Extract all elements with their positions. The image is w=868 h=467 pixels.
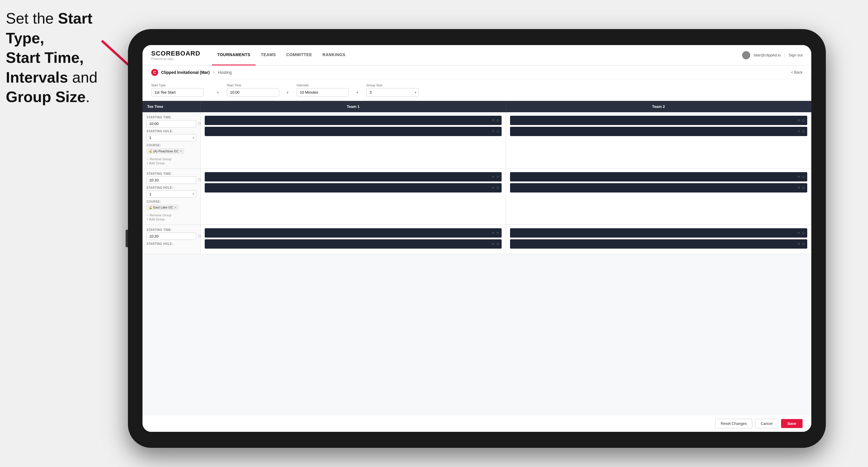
start-time-label: Start Time: [227, 84, 291, 87]
course-label-1: COURSE:: [147, 144, 196, 147]
reset-changes-button[interactable]: Reset Changes: [715, 419, 752, 428]
remove-circle-icon-2: ○: [147, 213, 149, 217]
instruction-line2: Start Time,: [6, 49, 84, 66]
instruction-panel: Set the Start Type, Start Time, Interval…: [6, 9, 99, 107]
slot-expand-btn-1-1[interactable]: ⊙: [496, 118, 499, 122]
tee-time-cell-3: STARTING TIME: ⏱ STARTING HOLE:: [143, 225, 200, 254]
slot-expand-btn-2-1[interactable]: ⊙: [802, 118, 805, 122]
slot-x-btn-6-1[interactable]: ✕: [797, 231, 800, 235]
navbar: SCOREBOARD Powered by clipp... TOURNAMEN…: [143, 45, 811, 65]
breadcrumb-bar: C Clipped Invitational (Mar) > Hosting <…: [143, 65, 811, 80]
slot-x-btn-4-1[interactable]: ✕: [797, 175, 800, 179]
team2-cell-2: ✕ ⊙ ✕ ⊙: [506, 169, 811, 225]
nav-link-tournaments[interactable]: TOURNAMENTS: [212, 45, 256, 65]
slot-expand-btn-5-1[interactable]: ⊙: [496, 231, 499, 235]
back-button[interactable]: < Back: [791, 70, 803, 74]
time-input-3[interactable]: [149, 234, 198, 239]
user-avatar: [742, 51, 750, 59]
sign-out-link[interactable]: Sign out: [788, 53, 803, 57]
slot-expand-btn-4-2[interactable]: ⊙: [802, 186, 805, 190]
slot-x-btn-2-2[interactable]: ✕: [797, 129, 800, 133]
time-input-2[interactable]: [149, 178, 198, 182]
slot-expand-btn-3-1[interactable]: ⊙: [496, 175, 499, 179]
start-time-select[interactable]: 10:00 10:30 11:00: [227, 88, 279, 97]
slot-x-btn-3-1[interactable]: ✕: [492, 175, 495, 179]
slot-x-btn-5-2[interactable]: ✕: [492, 242, 495, 246]
remove-group-btn-1[interactable]: ○ Remove Group: [147, 157, 196, 161]
controls-row: Start Type 1st Tee Start Shotgun Start R…: [143, 80, 811, 101]
intervals-select-wrapper: 5 Minutes 10 Minutes 15 Minutes 20 Minut…: [297, 88, 361, 97]
intervals-select[interactable]: 5 Minutes 10 Minutes 15 Minutes 20 Minut…: [297, 88, 349, 97]
time-input-1[interactable]: [149, 122, 198, 126]
player-slot-5-1: ✕ ⊙: [205, 228, 502, 238]
slot-actions-2-1: ✕ ⊙: [797, 118, 805, 122]
breadcrumb-separator: >: [213, 70, 215, 75]
breadcrumb-tournament-title: Clipped Invitational (Mar): [161, 70, 210, 75]
remove-circle-icon-1: ○: [147, 157, 149, 161]
hole-select-wrapper-2: 12310: [147, 190, 196, 198]
group-size-group: Group Size 2 3 4: [366, 84, 419, 97]
start-type-select[interactable]: 1st Tee Start Shotgun Start Rolling Star…: [151, 88, 204, 97]
remove-group-btn-2[interactable]: ○ Remove Group: [147, 213, 196, 217]
start-time-select-wrapper: 10:00 10:30 11:00: [227, 88, 291, 97]
slot-expand-btn-2-2[interactable]: ⊙: [802, 129, 805, 133]
intervals-group: Intervals 5 Minutes 10 Minutes 15 Minute…: [297, 84, 361, 97]
slot-expand-btn-3-2[interactable]: ⊙: [496, 186, 499, 190]
add-group-btn-1[interactable]: + Add Group: [147, 161, 196, 165]
course-remove-1[interactable]: ✕: [180, 150, 182, 153]
add-group-btn-2[interactable]: + Add Group: [147, 218, 196, 221]
team1-cell-1: ✕ ⊙ ✕ ⊙: [200, 112, 506, 168]
slot-expand-btn-1-2[interactable]: ⊙: [496, 129, 499, 133]
nav-link-rankings[interactable]: RANKINGS: [317, 45, 351, 65]
course-remove-2[interactable]: ✕: [174, 206, 177, 209]
course-tag-2: ⛳ East Lake GC ✕: [147, 205, 179, 210]
course-name-1: (A) Peachtree GC: [153, 150, 179, 153]
tee-time-cell-1: STARTING TIME: ⏱ STARTING HOLE: 12310 CO…: [143, 112, 200, 168]
slot-x-btn-3-2[interactable]: ✕: [492, 186, 495, 190]
breadcrumb-section: Hosting: [218, 70, 231, 75]
logo-text: SCOREBOARD: [151, 50, 200, 57]
nav-link-teams[interactable]: TEAMS: [256, 45, 281, 65]
group-row-2: STARTING TIME: ⏱ STARTING HOLE: 12310 CO…: [143, 169, 811, 225]
nav-right: blair@clipped.io | Sign out: [742, 51, 803, 59]
starting-time-label-3: STARTING TIME:: [147, 228, 196, 231]
slot-x-btn-4-2[interactable]: ✕: [797, 186, 800, 190]
slot-x-btn-2-1[interactable]: ✕: [797, 118, 800, 122]
starting-time-label-2: STARTING TIME:: [147, 172, 196, 175]
course-label-2: COURSE:: [147, 200, 196, 203]
player-slot-1-2: ✕ ⊙: [205, 127, 502, 136]
header-team1: Team 1: [200, 101, 506, 112]
player-slot-4-2: ✕ ⊙: [510, 183, 807, 192]
cancel-button[interactable]: Cancel: [755, 419, 778, 428]
slot-actions-1-1: ✕ ⊙: [492, 118, 499, 122]
slot-x-btn-5-1[interactable]: ✕: [492, 231, 495, 235]
slot-expand-btn-4-1[interactable]: ⊙: [802, 175, 805, 179]
save-button[interactable]: Save: [781, 419, 803, 428]
table-content: STARTING TIME: ⏱ STARTING HOLE: 12310 CO…: [143, 112, 811, 415]
player-slot-3-2: ✕ ⊙: [205, 183, 502, 192]
hole-select-2[interactable]: 12310: [147, 190, 196, 198]
clock-icon-2: ⏱: [198, 178, 202, 182]
starting-time-label-1: STARTING TIME:: [147, 116, 196, 119]
slot-expand-btn-5-2[interactable]: ⊙: [496, 242, 499, 246]
team2-cell-1: ✕ ⊙ ✕ ⊙: [506, 112, 811, 168]
start-type-select-wrapper: 1st Tee Start Shotgun Start Rolling Star…: [151, 88, 221, 97]
tablet-frame: SCOREBOARD Powered by clipp... TOURNAMEN…: [128, 29, 826, 448]
starting-hole-label-3: STARTING HOLE:: [147, 242, 196, 245]
slot-x-btn-1-1[interactable]: ✕: [492, 118, 495, 122]
slot-x-btn-1-2[interactable]: ✕: [492, 129, 495, 133]
breadcrumb-left: C Clipped Invitational (Mar) > Hosting: [151, 69, 232, 76]
slot-expand-btn-6-1[interactable]: ⊙: [802, 231, 805, 235]
slot-x-btn-6-2[interactable]: ✕: [797, 242, 800, 246]
instruction-line4: Group Size.: [6, 88, 90, 105]
tablet-screen: SCOREBOARD Powered by clipp... TOURNAMEN…: [143, 45, 811, 432]
player-slot-6-2: ✕ ⊙: [510, 239, 807, 249]
clock-icon-1: ⏱: [198, 122, 202, 126]
team2-cell-3: ✕ ⊙ ✕ ⊙: [506, 225, 811, 254]
hole-select-1[interactable]: 12310: [147, 134, 196, 141]
group-size-select[interactable]: 2 3 4: [366, 88, 419, 97]
start-type-label: Start Type: [151, 84, 221, 87]
player-slot-2-2: ✕ ⊙: [510, 127, 807, 136]
nav-link-committee[interactable]: COMMITTEE: [281, 45, 317, 65]
slot-expand-btn-6-2[interactable]: ⊙: [802, 242, 805, 246]
